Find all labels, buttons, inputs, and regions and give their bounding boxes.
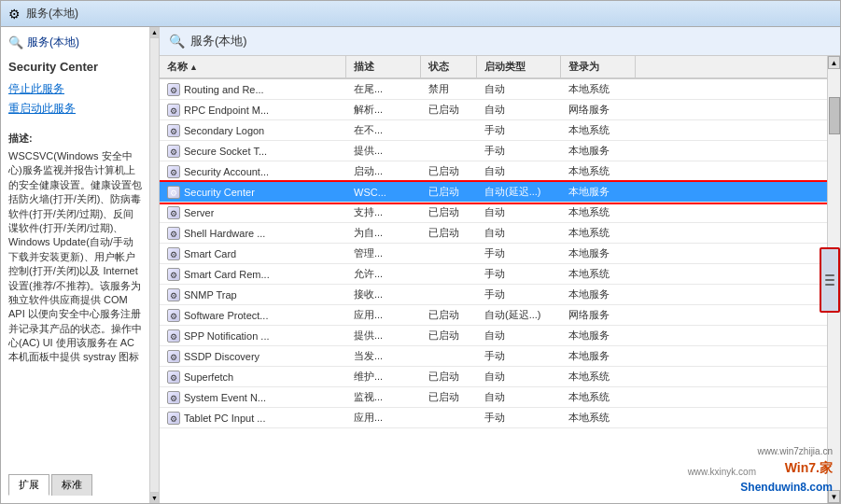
desc-cell: 允许... — [346, 264, 421, 284]
logon-cell: 网络服务 — [561, 305, 636, 325]
logon-cell: 本地服务 — [561, 285, 636, 304]
starttype-cell: 自动 — [477, 367, 561, 386]
desc-cell: 当发... — [346, 346, 421, 366]
logon-cell: 本地系统 — [561, 264, 636, 284]
table-row[interactable]: ⚙Superfetch维护...已启动自动本地系统 — [160, 367, 827, 387]
table-row[interactable]: ⚙Tablet PC Input ...应用...手动本地系统 — [160, 408, 827, 428]
service-name-text: SPP Notification ... — [184, 330, 270, 342]
starttype-cell: 手动 — [477, 346, 561, 366]
service-name-cell: ⚙Security Account... — [160, 161, 346, 181]
service-name-cell: ⚙Superfetch — [160, 367, 346, 386]
table-row[interactable]: ⚙Security CenterWSC...已启动自动(延迟...)本地服务 — [160, 182, 827, 203]
empty-cell — [636, 408, 654, 427]
service-name-text: Server — [184, 207, 214, 218]
service-icon: ⚙ — [167, 350, 180, 363]
table-row[interactable]: ⚙System Event N...监视...已启动自动本地系统 — [160, 387, 827, 408]
restart-service-link[interactable]: 重启动此服务 — [8, 101, 142, 117]
service-icon: ⚙ — [167, 165, 180, 178]
th-status[interactable]: 状态 — [421, 56, 477, 77]
empty-cell — [636, 244, 654, 263]
table-body[interactable]: ⚙Routing and Re...在尾...禁用自动本地系统⚙RPC Endp… — [160, 79, 827, 503]
title-bar: ⚙ 服务(本地) — [1, 1, 840, 27]
table-row[interactable]: ⚙Routing and Re...在尾...禁用自动本地系统 — [160, 79, 827, 100]
status-cell: 禁用 — [421, 79, 477, 99]
left-panel-title: 服务(本地) — [27, 35, 79, 50]
status-cell: 已启动 — [421, 223, 477, 243]
watermark-4: www.kxinyk.com — [688, 467, 756, 477]
service-name-cell: ⚙Secondary Logon — [160, 120, 346, 140]
empty-cell — [636, 346, 654, 366]
table-row[interactable]: ⚙Secure Socket T...提供...手动本地服务 — [160, 141, 827, 161]
desc-cell: 提供... — [346, 326, 421, 345]
starttype-cell: 手动 — [477, 141, 561, 161]
service-name-text: Routing and Re... — [184, 84, 264, 95]
right-header-icon: 🔍 — [169, 34, 185, 49]
logon-cell: 网络服务 — [561, 100, 636, 119]
service-icon: ⚙ — [167, 371, 180, 384]
vs-thumb[interactable] — [829, 97, 840, 134]
scroll-down-btn[interactable]: ▼ — [150, 492, 159, 503]
status-cell — [421, 244, 477, 263]
service-icon: ⚙ — [167, 186, 180, 199]
watermark-2: Win7.家 — [785, 460, 833, 477]
watermark-1: www.win7zhijia.cn — [757, 446, 833, 456]
service-icon: ⚙ — [167, 145, 180, 158]
th-starttype[interactable]: 启动类型 — [477, 56, 561, 77]
service-name-text: Smart Card — [184, 248, 236, 259]
description-text: WSCSVC(Windows 安全中心)服务监视并报告计算机上的安全健康设置。健… — [8, 149, 142, 365]
stop-service-link[interactable]: 停止此服务 — [8, 81, 142, 97]
status-cell — [421, 141, 477, 161]
left-panel-header: 🔍 服务(本地) — [8, 35, 142, 50]
table-row[interactable]: ⚙RPC Endpoint M...解析...已启动自动网络服务 — [160, 100, 827, 120]
table-header: 名称 ▲ 描述 状态 启动类型 登录为 — [160, 56, 827, 79]
service-name-cell: ⚙SSDP Discovery — [160, 346, 346, 366]
logon-cell: 本地系统 — [561, 203, 636, 222]
empty-cell — [636, 223, 654, 243]
logon-cell: 本地系统 — [561, 387, 636, 407]
empty-cell — [636, 326, 654, 345]
scroll-up-btn[interactable]: ▲ — [150, 27, 159, 38]
tab-standard[interactable]: 标准 — [51, 474, 92, 496]
right-side-indicator — [820, 247, 840, 313]
service-icon: ⚙ — [167, 309, 180, 322]
th-desc[interactable]: 描述 — [346, 56, 421, 77]
table-row[interactable]: ⚙Smart Card Rem...允许...手动本地系统 — [160, 264, 827, 285]
status-cell: 已启动 — [421, 203, 477, 222]
service-name-text: Secondary Logon — [184, 125, 264, 136]
desc-cell: 管理... — [346, 244, 421, 263]
status-cell — [421, 264, 477, 284]
service-name-text: Security Account... — [184, 166, 269, 177]
scroll-track — [150, 38, 159, 492]
starttype-cell: 自动 — [477, 223, 561, 243]
service-name-text: Security Center — [184, 187, 255, 198]
table-row[interactable]: ⚙SNMP Trap接收...手动本地服务 — [160, 285, 827, 305]
table-row[interactable]: ⚙Security Account...启动...已启动自动本地系统 — [160, 161, 827, 182]
table-row[interactable]: ⚙Server支持...已启动自动本地系统 — [160, 203, 827, 223]
service-icon: ⚙ — [167, 124, 180, 137]
desc-cell: 在尾... — [346, 79, 421, 99]
service-name-cell: ⚙Smart Card — [160, 244, 346, 263]
status-cell — [421, 346, 477, 366]
main-content: 🔍 服务(本地) Security Center 停止此服务 重启动此服务 描述… — [1, 27, 840, 503]
table-row[interactable]: ⚙Shell Hardware ...为自...已启动自动本地系统 — [160, 223, 827, 244]
status-cell: 已启动 — [421, 161, 477, 181]
service-name-text: System Event N... — [184, 392, 266, 403]
empty-cell — [636, 203, 654, 222]
starttype-cell: 自动(延迟...) — [477, 305, 561, 325]
tab-extended[interactable]: 扩展 — [8, 474, 49, 496]
table-row[interactable]: ⚙Secondary Logon在不...手动本地系统 — [160, 120, 827, 141]
table-row[interactable]: ⚙Software Protect...应用...已启动自动(延迟...)网络服… — [160, 305, 827, 326]
desc-cell: 维护... — [346, 367, 421, 386]
table-row[interactable]: ⚙Smart Card管理...手动本地服务 — [160, 244, 827, 264]
table-row[interactable]: ⚙SPP Notification ...提供...已启动自动本地服务 — [160, 326, 827, 346]
watermark-3: Shenduwin8.com — [740, 481, 833, 494]
desc-cell: 提供... — [346, 141, 421, 161]
left-scrollbar[interactable]: ▲ ▼ — [150, 27, 160, 503]
table-row[interactable]: ⚙SSDP Discovery当发...手动本地服务 — [160, 346, 827, 367]
th-name[interactable]: 名称 ▲ — [160, 56, 346, 77]
vs-up-btn[interactable]: ▲ — [828, 56, 840, 69]
logon-cell: 本地系统 — [561, 79, 636, 99]
status-cell: 已启动 — [421, 100, 477, 119]
th-logon[interactable]: 登录为 — [561, 56, 636, 77]
desc-cell: WSC... — [346, 182, 421, 202]
